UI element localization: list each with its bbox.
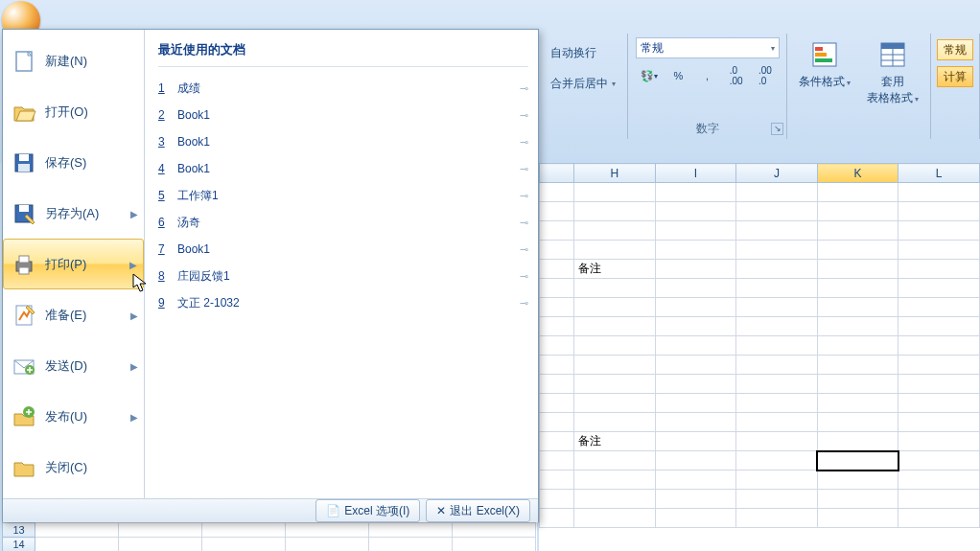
menu-close[interactable]: 关闭(C) (3, 442, 144, 493)
cell[interactable] (898, 202, 980, 221)
cell[interactable] (573, 413, 655, 432)
cell[interactable] (540, 375, 574, 394)
cell[interactable] (453, 523, 536, 538)
cell[interactable] (655, 394, 736, 413)
recent-document[interactable]: 8庄园反馈1⊸ (158, 263, 528, 289)
cell[interactable] (655, 202, 736, 221)
cell[interactable] (573, 394, 655, 413)
cell[interactable] (655, 451, 736, 471)
cell[interactable] (540, 260, 574, 279)
menu-prepare[interactable]: 准备(E)▶ (3, 289, 144, 340)
cell[interactable] (817, 317, 898, 336)
cell[interactable] (898, 241, 980, 260)
cell[interactable] (736, 241, 818, 260)
cell[interactable] (898, 490, 980, 509)
cell[interactable]: 备注 (573, 432, 655, 451)
cell[interactable] (35, 523, 119, 538)
pin-icon[interactable]: ⊸ (520, 270, 528, 283)
cell[interactable]: 备注 (573, 260, 655, 279)
cell[interactable] (540, 394, 574, 413)
pin-icon[interactable]: ⊸ (520, 136, 528, 149)
currency-button[interactable]: 💱▾ (636, 64, 663, 87)
cell[interactable] (736, 279, 818, 298)
cell[interactable] (540, 336, 574, 356)
conditional-formatting-button[interactable]: 条件格式 ▾ (795, 39, 855, 135)
pin-icon[interactable]: ⊸ (520, 82, 528, 95)
cell[interactable] (573, 356, 655, 375)
comma-button[interactable]: , (693, 64, 720, 87)
recent-document[interactable]: 2Book1⊸ (158, 102, 528, 128)
cell[interactable] (898, 451, 980, 471)
cell[interactable] (898, 260, 980, 279)
cell[interactable] (736, 413, 818, 432)
cell[interactable] (655, 509, 736, 528)
cell[interactable] (573, 336, 655, 356)
column-header[interactable]: J (736, 164, 818, 183)
pin-icon[interactable]: ⊸ (520, 297, 528, 310)
cell[interactable] (540, 432, 574, 451)
excel-options-button[interactable]: 📄Excel 选项(I) (315, 499, 420, 522)
column-header[interactable]: L (898, 164, 980, 183)
cell[interactable] (898, 336, 980, 356)
menu-new[interactable]: 新建(N) (3, 35, 144, 86)
cell[interactable] (817, 394, 898, 413)
cell[interactable] (898, 413, 980, 432)
cell[interactable] (540, 356, 574, 375)
cell[interactable] (540, 183, 574, 202)
cell[interactable] (736, 490, 818, 509)
cell[interactable] (655, 432, 736, 451)
cell[interactable] (573, 451, 655, 471)
cell[interactable] (736, 221, 818, 241)
number-dialog-launcher[interactable]: ↘ (771, 123, 783, 135)
cell[interactable] (898, 356, 980, 375)
cell[interactable] (573, 202, 655, 221)
cell[interactable] (655, 317, 736, 336)
cell[interactable] (736, 260, 818, 279)
cell[interactable] (35, 538, 119, 552)
cell[interactable] (736, 356, 818, 375)
cell[interactable] (898, 432, 980, 451)
cell[interactable] (655, 298, 736, 317)
row-header[interactable]: 14 (3, 538, 35, 552)
cell[interactable] (736, 451, 818, 471)
cell[interactable] (898, 221, 980, 241)
format-as-table-button[interactable]: 套用 表格格式 ▾ (863, 39, 923, 135)
cell[interactable] (898, 279, 980, 298)
cell[interactable] (736, 317, 818, 336)
exit-excel-button[interactable]: ✕退出 Excel(X) (426, 499, 530, 522)
recent-document[interactable]: 9文正 2-1032⊸ (158, 289, 528, 316)
pin-icon[interactable]: ⊸ (520, 163, 528, 175)
merge-center-button[interactable]: 合并后居中▾ (547, 68, 619, 99)
column-header[interactable]: H (573, 164, 655, 183)
recent-document[interactable]: 6汤奇⊸ (158, 209, 528, 236)
cell[interactable] (817, 202, 898, 221)
style-normal[interactable]: 常规 (937, 39, 973, 60)
cell[interactable] (736, 375, 818, 394)
cell[interactable] (369, 523, 453, 538)
cell[interactable] (817, 260, 898, 279)
cell[interactable] (898, 317, 980, 336)
cell[interactable] (573, 298, 655, 317)
cell[interactable] (817, 221, 898, 241)
cell[interactable] (898, 298, 980, 317)
decrease-decimal-button[interactable]: .00.0 (752, 64, 779, 87)
cell[interactable] (817, 413, 898, 432)
cell[interactable] (655, 241, 736, 260)
cell[interactable] (540, 471, 574, 490)
cell[interactable] (453, 538, 536, 552)
cell[interactable] (540, 509, 574, 528)
cell[interactable] (573, 317, 655, 336)
cell[interactable] (655, 356, 736, 375)
cell[interactable] (202, 523, 286, 538)
cell[interactable] (736, 298, 818, 317)
cell[interactable] (817, 509, 898, 528)
cell[interactable] (540, 451, 574, 471)
recent-document[interactable]: 1成绩⊸ (158, 75, 528, 102)
menu-print[interactable]: 打印(P)▶ (3, 239, 144, 289)
cell[interactable] (655, 413, 736, 432)
cell[interactable] (573, 471, 655, 490)
cell[interactable] (736, 471, 818, 490)
cell[interactable] (119, 523, 202, 538)
column-header[interactable]: K (817, 164, 898, 183)
cell[interactable] (817, 356, 898, 375)
